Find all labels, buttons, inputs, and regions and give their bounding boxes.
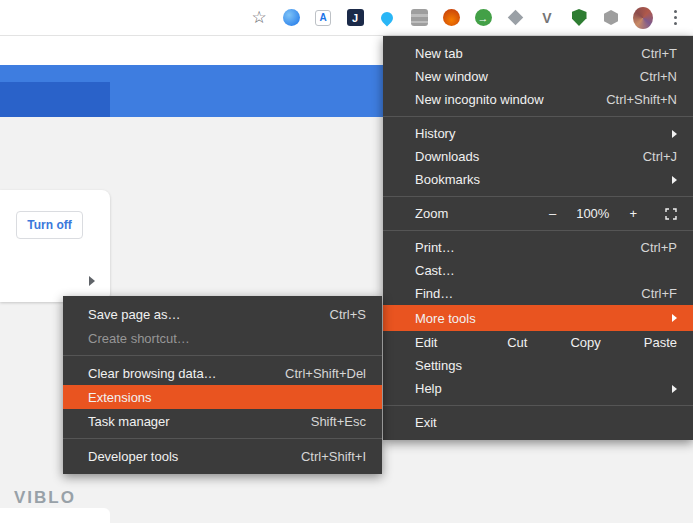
submenu-arrow-icon [672, 314, 677, 322]
submenu-arrow-icon [672, 130, 677, 138]
menu-item-zoom: Zoom – 100% + [383, 202, 693, 225]
menu-item-new-incognito-window[interactable]: New incognito window Ctrl+Shift+N [383, 88, 693, 111]
menu-separator [383, 405, 693, 406]
fox-extension-icon[interactable] [441, 8, 461, 28]
menu-item-new-tab[interactable]: New tab Ctrl+T [383, 42, 693, 65]
zoom-out-button[interactable]: – [547, 206, 558, 221]
menu-item-label: Downloads [415, 149, 625, 164]
menu-item-create-shortcut: Create shortcut… [63, 326, 382, 350]
menu-item-label: Save page as… [88, 307, 312, 322]
menu-item-exit[interactable]: Exit [383, 411, 693, 434]
menu-item-new-window[interactable]: New window Ctrl+N [383, 65, 693, 88]
menu-item-task-manager[interactable]: Task manager Shift+Esc [63, 409, 382, 433]
page-blue-banner-button [0, 82, 110, 117]
edit-copy-button[interactable]: Copy [570, 335, 600, 350]
submenu-arrow-icon [672, 385, 677, 393]
menu-item-clear-browsing-data[interactable]: Clear browsing data… Ctrl+Shift+Del [63, 361, 382, 385]
menu-item-shortcut: Ctrl+Shift+N [606, 92, 677, 107]
menu-item-shortcut: Ctrl+F [641, 286, 677, 301]
menu-item-shortcut: Ctrl+Shift+I [301, 449, 366, 464]
menu-item-shortcut: Ctrl+S [330, 307, 366, 322]
menu-item-label: Task manager [88, 414, 293, 429]
water-drop-extension-icon[interactable] [377, 8, 397, 28]
menu-item-label: Developer tools [88, 449, 283, 464]
browser-toolbar: ☆ A J → V [0, 0, 693, 36]
more-tools-submenu: Save page as… Ctrl+S Create shortcut… Cl… [63, 296, 382, 474]
menu-item-label: New tab [415, 46, 623, 61]
menu-separator [63, 438, 382, 439]
gray-grid-extension-icon[interactable] [409, 8, 429, 28]
browser-menu-dots-icon[interactable] [665, 8, 685, 28]
menu-item-developer-tools[interactable]: Developer tools Ctrl+Shift+I [63, 444, 382, 468]
menu-item-edit: Edit Cut Copy Paste [383, 331, 693, 354]
menu-item-label: Find… [415, 286, 623, 301]
menu-item-save-page-as[interactable]: Save page as… Ctrl+S [63, 302, 382, 326]
menu-item-label: New window [415, 69, 622, 84]
menu-item-settings[interactable]: Settings [383, 354, 693, 377]
submenu-arrow-icon [672, 176, 677, 184]
menu-item-more-tools[interactable]: More tools [383, 305, 693, 331]
menu-separator [63, 355, 382, 356]
blue-globe-extension-icon[interactable] [281, 8, 301, 28]
menu-item-shortcut: Ctrl+J [643, 149, 677, 164]
menu-item-shortcut: Ctrl+T [641, 46, 677, 61]
v-extension-icon[interactable]: V [537, 8, 557, 28]
menu-item-downloads[interactable]: Downloads Ctrl+J [383, 145, 693, 168]
menu-item-shortcut: Ctrl+N [640, 69, 677, 84]
edit-paste-button[interactable]: Paste [644, 335, 677, 350]
translate-extension-icon[interactable]: A [313, 8, 333, 28]
menu-item-cast[interactable]: Cast… [383, 259, 693, 282]
menu-item-shortcut: Ctrl+Shift+Del [285, 366, 366, 381]
menu-item-label: More tools [415, 311, 662, 326]
menu-item-print[interactable]: Print… Ctrl+P [383, 236, 693, 259]
zoom-in-button[interactable]: + [627, 206, 639, 221]
viblo-logo: VIBLO [14, 488, 76, 508]
bookmark-star-icon[interactable]: ☆ [249, 8, 269, 28]
menu-item-label: Help [415, 381, 662, 396]
menu-item-label: Exit [415, 415, 677, 430]
menu-item-help[interactable]: Help [383, 377, 693, 400]
chevron-right-icon [89, 276, 95, 286]
green-arrow-extension-icon[interactable]: → [473, 8, 493, 28]
diamond-extension-icon[interactable] [505, 8, 525, 28]
menu-item-find[interactable]: Find… Ctrl+F [383, 282, 693, 305]
menu-item-shortcut: Shift+Esc [311, 414, 366, 429]
turn-off-button[interactable]: Turn off [16, 211, 83, 239]
menu-separator [383, 116, 693, 117]
menu-item-label: Bookmarks [415, 172, 662, 187]
card-expander-arrow[interactable] [84, 273, 100, 289]
menu-separator [383, 230, 693, 231]
menu-item-label: New incognito window [415, 92, 588, 107]
cube-extension-icon[interactable] [601, 8, 621, 28]
menu-item-label: Cast… [415, 263, 677, 278]
menu-item-history[interactable]: History [383, 122, 693, 145]
menu-item-label: Settings [415, 358, 677, 373]
menu-item-label: Edit [415, 335, 437, 350]
menu-separator [383, 196, 693, 197]
menu-item-label: History [415, 126, 662, 141]
menu-item-label: Clear browsing data… [88, 366, 267, 381]
browser-main-menu: New tab Ctrl+T New window Ctrl+N New inc… [383, 36, 693, 440]
j-extension-icon[interactable]: J [345, 8, 365, 28]
menu-item-label: Extensions [88, 390, 366, 405]
menu-item-label: Print… [415, 240, 623, 255]
menu-item-shortcut: Ctrl+P [641, 240, 677, 255]
page-bottom-card [0, 508, 110, 523]
menu-item-bookmarks[interactable]: Bookmarks [383, 168, 693, 191]
menu-item-extensions[interactable]: Extensions [63, 385, 382, 409]
fullscreen-icon[interactable] [665, 208, 677, 220]
profile-avatar[interactable] [633, 8, 653, 28]
shield-extension-icon[interactable] [569, 8, 589, 28]
edit-cut-button[interactable]: Cut [507, 335, 527, 350]
menu-item-label: Create shortcut… [88, 331, 366, 346]
menu-item-label: Zoom [415, 206, 448, 221]
zoom-level: 100% [576, 206, 609, 221]
